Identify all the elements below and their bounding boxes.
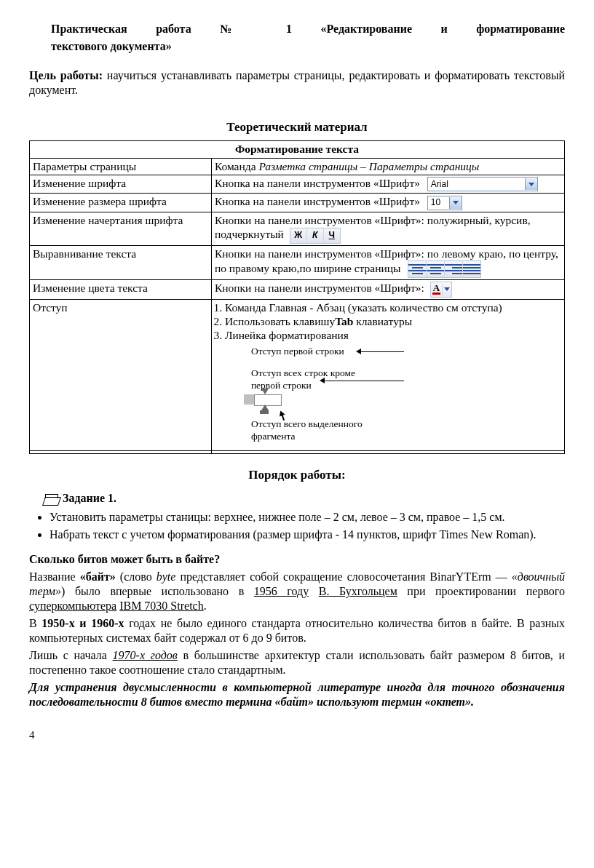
formatting-table: Форматирование текста Параметры страницы… xyxy=(29,140,565,453)
text: . xyxy=(204,600,207,612)
text-italic-underline: 1970-х годов xyxy=(113,649,178,661)
italic-button[interactable]: К xyxy=(307,228,324,243)
table-row: Параметры страницы Команда Разметка стра… xyxy=(30,158,565,175)
align-right-button[interactable] xyxy=(445,261,463,277)
list-item: Команда Главная - Абзац (указать количес… xyxy=(225,300,561,314)
text: клавиатуры xyxy=(353,315,412,327)
cell: Кнопки на панели инструментов «Шрифт»: п… xyxy=(211,245,564,279)
text: В xyxy=(29,617,41,629)
text-bold: 1950-х и 1960-х xyxy=(41,617,124,629)
cell: Изменение шрифта xyxy=(30,175,212,194)
article-paragraph: Лишь с начала 1970-х годов в большинстве… xyxy=(29,648,565,677)
chevron-down-icon[interactable] xyxy=(444,287,450,291)
cell: Отступ xyxy=(30,299,212,450)
font-color-icon: А xyxy=(432,284,440,295)
table-row: Изменение шрифта Кнопка на панели инстру… xyxy=(30,175,565,194)
cell: Кнопка на панели инструментов «Шрифт» 10 xyxy=(211,194,564,212)
cell: Кнопки на панели инструментов «Шрифт»: п… xyxy=(211,212,564,245)
article-paragraph: Название «байт» (слово byte представляет… xyxy=(29,570,565,613)
text: представляет собой сокращение словосочет… xyxy=(175,570,511,583)
text: (слово xyxy=(116,570,157,583)
align-justify-button[interactable] xyxy=(463,261,480,277)
text-bold-italic: Для устранения двусмысленности в компьют… xyxy=(29,681,565,708)
text: Кнопки на панели инструментов «Шрифт»: п… xyxy=(215,214,531,240)
text-italic: byte xyxy=(157,570,176,583)
text: Лишь с начала xyxy=(29,649,113,661)
table-row: Выравнивание текста Кнопки на панели инс… xyxy=(30,245,565,279)
cell: Изменение размера шрифта xyxy=(30,194,212,212)
chevron-down-icon[interactable] xyxy=(525,178,537,190)
underline-button[interactable]: Ч xyxy=(324,228,340,243)
text: ) было впервые использовано в xyxy=(61,585,254,597)
indent-list: Команда Главная - Абзац (указать количес… xyxy=(215,300,561,343)
align-left-button[interactable] xyxy=(408,261,427,277)
cell: Кнопка на панели инструментов «Шрифт» Ar… xyxy=(211,175,564,194)
text: при проектировании первого xyxy=(397,585,565,597)
theory-heading: Теоретический материал xyxy=(29,119,565,135)
table-row: Отступ Команда Главная - Абзац (указать … xyxy=(30,299,565,450)
bold-button[interactable]: Ж xyxy=(290,228,307,243)
callout-block-indent: Отступ всего выделенного фрагмента xyxy=(251,418,397,443)
ruler-diagram: Отступ первой строки Отступ всех строк к… xyxy=(251,346,561,447)
table-row xyxy=(30,450,565,453)
article-paragraph: Для устранения двусмысленности в компьют… xyxy=(29,680,565,709)
arrow-icon xyxy=(360,351,404,353)
cell: Команда Главная - Абзац (указать количес… xyxy=(211,299,564,450)
text: Команда xyxy=(215,160,259,172)
cell: Команда Разметка страницы – Параметры ст… xyxy=(211,158,564,175)
task-1-bullets: Установить параметры станицы: верхнее, н… xyxy=(36,510,565,542)
table-header: Форматирование текста xyxy=(30,141,565,158)
page-number: 4 xyxy=(29,728,565,742)
chevron-down-icon[interactable] xyxy=(449,197,462,209)
doc-title-line1: Практическая работа № 1 «Редактирование … xyxy=(51,22,565,36)
cell-empty xyxy=(211,450,564,453)
list-item: Линейка форматирования xyxy=(225,328,561,342)
text-underline: IBM 7030 Stretch xyxy=(119,600,204,612)
table-row: Изменение цвета текста Кнопки на панели … xyxy=(30,280,565,299)
text: Кнопки на панели инструментов «Шрифт»: xyxy=(215,282,424,294)
bold-italic-underline-group: Ж К Ч xyxy=(290,228,341,244)
task-1-heading: Задание 1. xyxy=(42,491,565,506)
text-underline: 1956 году xyxy=(254,585,309,597)
cell: Изменение цвета текста xyxy=(30,280,212,299)
font-dropdown[interactable]: Arial xyxy=(427,177,538,191)
font-color-button[interactable]: А xyxy=(430,282,452,298)
article-subheading: Сколько битов может быть в байте? xyxy=(29,552,565,567)
text: Кнопка на панели инструментов «Шрифт» xyxy=(215,177,420,189)
text-bold: Tab xyxy=(335,315,353,327)
arrow-icon xyxy=(324,381,404,382)
text-underline: В. Бухгольцем xyxy=(319,585,397,597)
folder-icon xyxy=(42,493,61,506)
alignment-group xyxy=(408,260,481,278)
font-dropdown-value: Arial xyxy=(428,179,525,190)
text: Кнопки на панели инструментов «Шрифт»: п… xyxy=(215,247,558,274)
text: Кнопка на панели инструментов «Шрифт» xyxy=(215,195,420,207)
size-dropdown-value: 10 xyxy=(428,197,449,208)
cell-empty xyxy=(30,450,212,453)
align-center-button[interactable] xyxy=(427,261,445,277)
list-item: Набрать текст с учетом форматирования (р… xyxy=(50,527,565,542)
cell: Выравнивание текста xyxy=(30,245,212,279)
order-heading: Порядок работы: xyxy=(29,467,565,482)
list-item: Использовать клавишуTab клавиатуры xyxy=(225,314,561,328)
text-bold: «байт» xyxy=(80,570,116,583)
table-row: Изменение начертания шрифта Кнопки на па… xyxy=(30,212,565,245)
goal-text: научиться устанавливать параметры страни… xyxy=(29,69,565,96)
goal-paragraph: Цель работы: научиться устанавливать пар… xyxy=(29,68,565,97)
cell: Параметры страницы xyxy=(30,158,212,175)
text: Использовать клавишу xyxy=(225,315,335,327)
cell: Изменение начертания шрифта xyxy=(30,212,212,245)
text xyxy=(309,585,319,597)
doc-title-line2: текстового документа» xyxy=(51,39,565,54)
text: Название xyxy=(29,570,80,583)
callout-first-line-indent: Отступ первой строки xyxy=(251,346,344,358)
text-italic: Разметка страницы – Параметры страницы xyxy=(258,160,479,172)
size-dropdown[interactable]: 10 xyxy=(427,196,462,210)
table-row: Изменение размера шрифта Кнопка на панел… xyxy=(30,194,565,212)
text-underline: суперкомпьютера xyxy=(29,600,116,612)
goal-label: Цель работы: xyxy=(29,69,103,81)
task-1-label: Задание 1. xyxy=(63,492,116,504)
article-paragraph: В 1950-х и 1960-х годах не было единого … xyxy=(29,616,565,645)
cell: Кнопки на панели инструментов «Шрифт»: А xyxy=(211,280,564,299)
list-item: Установить параметры станицы: верхнее, н… xyxy=(50,510,565,525)
